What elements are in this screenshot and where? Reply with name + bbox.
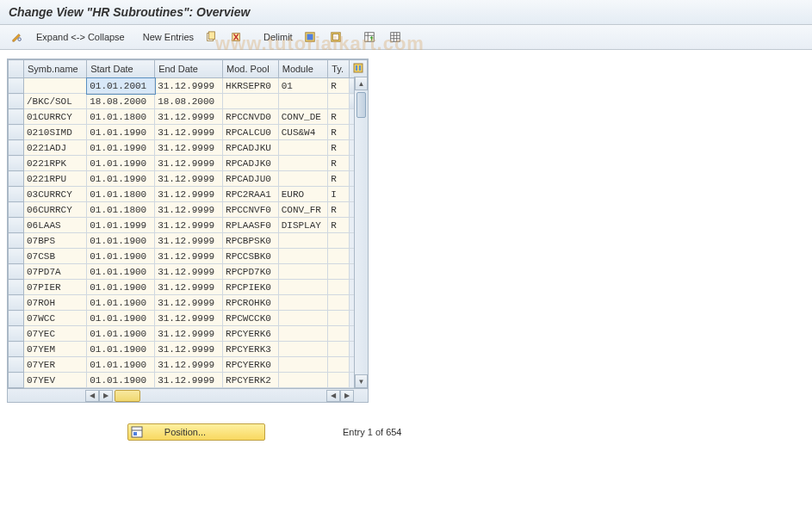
- copy-button[interactable]: [201, 28, 223, 46]
- table-row[interactable]: 07PIER01.01.190031.12.9999RPCPIEK0: [9, 280, 368, 295]
- cell-start[interactable]: 01.01.1900: [87, 264, 155, 280]
- cell-type[interactable]: R: [328, 218, 350, 233]
- cell-end[interactable]: 31.12.9999: [155, 342, 223, 357]
- cell-module[interactable]: [278, 373, 328, 388]
- table-row[interactable]: 06LAAS01.01.199931.12.9999RPLAASF0DISPLA…: [9, 218, 368, 233]
- select-all-button[interactable]: [300, 28, 322, 46]
- table-settings-button[interactable]: [359, 28, 381, 46]
- cell-symb[interactable]: 01CURRCY: [24, 109, 87, 125]
- cell-end[interactable]: 31.12.9999: [155, 280, 223, 295]
- cell-pool[interactable]: RPCPD7K0: [223, 264, 279, 280]
- cell-pool[interactable]: RPC2RAA1: [223, 187, 279, 202]
- cell-pool[interactable]: RPCBPSK0: [223, 233, 279, 249]
- scroll-right-button[interactable]: ▶: [99, 390, 113, 402]
- cell-pool[interactable]: [223, 94, 279, 109]
- table-row[interactable]: 01.01.200131.12.9999HKRSEPR001R: [9, 78, 368, 94]
- table-row[interactable]: 03CURRCY01.01.180031.12.9999RPC2RAA1EURO…: [9, 187, 368, 202]
- cell-start[interactable]: 01.01.1900: [87, 357, 155, 373]
- cell-type[interactable]: R: [328, 202, 350, 218]
- cell-module[interactable]: [278, 171, 328, 187]
- table-row[interactable]: 01CURRCY01.01.180031.12.9999RPCCNVD0CONV…: [9, 109, 368, 125]
- cell-start[interactable]: 01.01.2001: [87, 78, 155, 94]
- cell-type[interactable]: [328, 326, 350, 342]
- cell-end[interactable]: 31.12.9999: [155, 171, 223, 187]
- cell-start[interactable]: 01.01.1800: [87, 109, 155, 125]
- table-row[interactable]: 06CURRCY01.01.180031.12.9999RPCCNVF0CONV…: [9, 202, 368, 218]
- cell-end[interactable]: 31.12.9999: [155, 264, 223, 280]
- cell-end[interactable]: 31.12.9999: [155, 233, 223, 249]
- cell-start[interactable]: 01.01.1900: [87, 233, 155, 249]
- cell-end[interactable]: 31.12.9999: [155, 218, 223, 233]
- cell-module[interactable]: [278, 264, 328, 280]
- cell-pool[interactable]: HKRSEPR0: [223, 78, 279, 94]
- new-entries-button[interactable]: New Entries: [139, 30, 197, 44]
- cell-type[interactable]: [328, 264, 350, 280]
- cell-pool[interactable]: RPCROHK0: [223, 295, 279, 311]
- cell-pool[interactable]: RPCADJK0: [223, 156, 279, 171]
- cell-symb[interactable]: 07WCC: [24, 311, 87, 326]
- cell-symb[interactable]: 06LAAS: [24, 218, 87, 233]
- cell-module[interactable]: [278, 295, 328, 311]
- cell-module[interactable]: EURO: [278, 187, 328, 202]
- scroll-left-button[interactable]: ◀: [85, 390, 99, 402]
- cell-end[interactable]: 31.12.9999: [155, 109, 223, 125]
- cell-end[interactable]: 31.12.9999: [155, 249, 223, 264]
- cell-pool[interactable]: RPCYERK6: [223, 326, 279, 342]
- cell-type[interactable]: R: [328, 156, 350, 171]
- cell-pool[interactable]: RPCCSBK0: [223, 249, 279, 264]
- cell-type[interactable]: [328, 233, 350, 249]
- cell-module[interactable]: [278, 249, 328, 264]
- row-selector[interactable]: [9, 187, 24, 202]
- col-module[interactable]: Module: [278, 60, 328, 78]
- row-selector[interactable]: [9, 357, 24, 373]
- cell-symb[interactable]: 07BPS: [24, 233, 87, 249]
- cell-start[interactable]: 01.01.1900: [87, 342, 155, 357]
- delete-button[interactable]: [226, 28, 249, 46]
- table-row[interactable]: 07ROH01.01.190031.12.9999RPCROHK0: [9, 295, 368, 311]
- cell-start[interactable]: 18.08.2000: [87, 94, 155, 109]
- cell-type[interactable]: [328, 311, 350, 326]
- cell-type[interactable]: [328, 280, 350, 295]
- cell-symb[interactable]: 0221RPU: [24, 171, 87, 187]
- cell-start[interactable]: 01.01.1990: [87, 156, 155, 171]
- table-row[interactable]: 07YEM01.01.190031.12.9999RPCYERK3: [9, 342, 368, 357]
- scroll-down-button[interactable]: ▼: [355, 374, 368, 388]
- cell-start[interactable]: 01.01.1900: [87, 311, 155, 326]
- cell-type[interactable]: R: [328, 125, 350, 140]
- cell-symb[interactable]: 07YEC: [24, 326, 87, 342]
- cell-type[interactable]: [328, 295, 350, 311]
- cell-type[interactable]: [328, 357, 350, 373]
- cell-end[interactable]: 31.12.9999: [155, 140, 223, 156]
- cell-symb[interactable]: 06CURRCY: [24, 202, 87, 218]
- table-row[interactable]: 07WCC01.01.190031.12.9999RPCWCCK0: [9, 311, 368, 326]
- cell-symb[interactable]: 07YER: [24, 357, 87, 373]
- col-symb-name[interactable]: Symb.name: [24, 60, 87, 78]
- horizontal-scrollbar[interactable]: ◀ ▶ ◀ ▶: [8, 388, 368, 402]
- cell-end[interactable]: 18.08.2000: [155, 94, 223, 109]
- row-selector[interactable]: [9, 202, 24, 218]
- cell-module[interactable]: [278, 233, 328, 249]
- table-row[interactable]: 07YEV01.01.190031.12.9999RPCYERK2: [9, 373, 368, 388]
- cell-start[interactable]: 01.01.1990: [87, 125, 155, 140]
- cell-symb[interactable]: 07PIER: [24, 280, 87, 295]
- cell-type[interactable]: [328, 373, 350, 388]
- row-selector[interactable]: [9, 78, 24, 94]
- cell-end[interactable]: 31.12.9999: [155, 78, 223, 94]
- table-row[interactable]: 0210SIMD01.01.199031.12.9999RPCALCU0CUS&…: [9, 125, 368, 140]
- col-mod-pool[interactable]: Mod. Pool: [223, 60, 279, 78]
- row-selector[interactable]: [9, 342, 24, 357]
- cell-end[interactable]: 31.12.9999: [155, 202, 223, 218]
- cell-module[interactable]: [278, 326, 328, 342]
- cell-module[interactable]: [278, 357, 328, 373]
- row-selector[interactable]: [9, 125, 24, 140]
- cell-end[interactable]: 31.12.9999: [155, 187, 223, 202]
- cell-type[interactable]: [328, 342, 350, 357]
- cell-pool[interactable]: RPCADJU0: [223, 171, 279, 187]
- row-selector[interactable]: [9, 140, 24, 156]
- col-end-date[interactable]: End Date: [155, 60, 223, 78]
- cell-module[interactable]: [278, 280, 328, 295]
- scroll-left-button-2[interactable]: ◀: [326, 390, 340, 402]
- cell-start[interactable]: 01.01.1999: [87, 218, 155, 233]
- cell-pool[interactable]: RPCYERK3: [223, 342, 279, 357]
- vertical-scrollbar[interactable]: ▲ ▼: [354, 77, 368, 388]
